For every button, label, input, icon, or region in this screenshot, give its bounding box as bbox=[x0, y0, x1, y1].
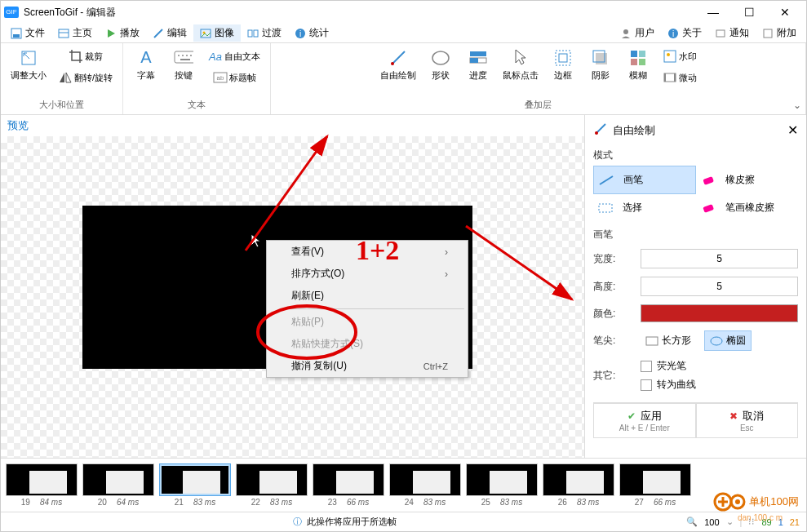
ribbon: 调整大小 裁剪 翻转/旋转 大小和位置 A字幕 按键 Aa自由文本 ab标题帧 … bbox=[1, 43, 806, 115]
apply-button[interactable]: ✔应用 Alt + E / Enter bbox=[593, 403, 696, 438]
freetext-button[interactable]: Aa自由文本 bbox=[205, 47, 264, 66]
chevron-right-icon: › bbox=[445, 246, 448, 258]
svg-rect-61 bbox=[646, 337, 658, 345]
save-icon bbox=[11, 28, 22, 39]
checkbox-icon bbox=[641, 361, 652, 372]
menubar: 文件 主页 播放 编辑 图像 过渡 i统计 用户 i关于 通知 附加 bbox=[1, 24, 806, 43]
frame-thumb[interactable]: 2366 ms bbox=[313, 463, 384, 507]
svg-rect-47 bbox=[664, 73, 666, 82]
svg-rect-2 bbox=[59, 29, 69, 38]
blur-icon bbox=[628, 48, 648, 68]
svg-point-12 bbox=[623, 29, 628, 34]
tip-rect[interactable]: 长方形 bbox=[641, 331, 696, 350]
cinema-button[interactable]: 微动 bbox=[659, 68, 700, 87]
ellipse-icon bbox=[431, 48, 450, 68]
svg-line-54 bbox=[466, 226, 572, 299]
menu-play[interactable]: 播放 bbox=[99, 24, 146, 42]
svg-marker-18 bbox=[60, 73, 64, 82]
zoom-dropdown-icon[interactable]: ⌄ bbox=[726, 516, 734, 527]
flip-button[interactable]: 翻转/旋转 bbox=[55, 68, 116, 87]
menu-image[interactable]: 图像 bbox=[193, 24, 241, 42]
keypress-button[interactable]: 按键 bbox=[167, 47, 200, 83]
menu-user[interactable]: 用户 bbox=[614, 24, 661, 42]
svg-point-62 bbox=[711, 337, 722, 345]
mode-eraser[interactable]: 橡皮擦 bbox=[696, 166, 799, 194]
ctx-undo-copy[interactable]: 撤消 复制(U)Ctrl+Z bbox=[267, 355, 468, 377]
svg-rect-59 bbox=[599, 204, 612, 212]
ctx-separator bbox=[290, 308, 464, 309]
svg-rect-1 bbox=[13, 34, 20, 38]
minimize-button[interactable]: — bbox=[695, 1, 731, 24]
status-message: 此操作将应用于所选帧 bbox=[307, 516, 397, 528]
canvas[interactable]: 查看(V)› 排序方式(O)› 刷新(E) 粘贴(P) 粘贴快捷方式(S) 撤消… bbox=[1, 136, 584, 458]
red-annotation-text: 1+2 bbox=[356, 235, 399, 266]
border-button[interactable]: 边框 bbox=[547, 47, 579, 83]
width-input[interactable] bbox=[641, 249, 798, 268]
svg-rect-43 bbox=[639, 59, 645, 65]
frame-thumb[interactable]: 2183 ms bbox=[159, 463, 231, 507]
mode-stroke-eraser[interactable]: 笔画橡皮擦 bbox=[696, 194, 799, 221]
highlighter-check[interactable]: 荧光笔 bbox=[641, 359, 696, 373]
select-icon bbox=[596, 202, 614, 215]
frame-thumb[interactable]: 2283 ms bbox=[236, 463, 308, 507]
other-label: 其它: bbox=[593, 369, 634, 383]
crop-button[interactable]: 裁剪 bbox=[55, 47, 116, 66]
height-input[interactable] bbox=[641, 277, 798, 296]
color-picker[interactable] bbox=[641, 304, 798, 322]
frame-thumb[interactable]: 2583 ms bbox=[466, 463, 538, 507]
frame-thumb[interactable]: 2683 ms bbox=[543, 463, 614, 507]
curve-check[interactable]: 转为曲线 bbox=[641, 378, 696, 392]
ribbon-expand-icon[interactable]: ⌄ bbox=[793, 100, 801, 111]
menu-home[interactable]: 主页 bbox=[51, 24, 99, 42]
resize-icon bbox=[19, 48, 38, 68]
svg-marker-19 bbox=[66, 73, 71, 82]
shape-button[interactable]: 形状 bbox=[424, 47, 457, 83]
svg-rect-32 bbox=[470, 51, 486, 56]
flip-icon bbox=[58, 70, 73, 85]
frame-thumb[interactable]: 2766 ms bbox=[619, 463, 691, 507]
svg-rect-40 bbox=[631, 51, 637, 57]
menu-about[interactable]: i关于 bbox=[661, 24, 708, 42]
frame-thumb[interactable]: 2064 ms bbox=[82, 463, 154, 507]
svg-point-25 bbox=[190, 55, 192, 56]
window-title: ScreenToGif - 编辑器 bbox=[24, 6, 116, 20]
mouseclick-button[interactable]: 鼠标点击 bbox=[499, 47, 542, 83]
resize-button[interactable]: 调整大小 bbox=[7, 47, 50, 83]
watermark-button[interactable]: 水印 bbox=[659, 47, 700, 66]
svg-rect-60 bbox=[703, 204, 714, 213]
progress-button[interactable]: 进度 bbox=[462, 47, 494, 83]
menu-edit[interactable]: 编辑 bbox=[146, 24, 193, 42]
ctx-sort[interactable]: 排序方式(O)› bbox=[267, 263, 468, 285]
ctx-refresh[interactable]: 刷新(E) bbox=[267, 285, 468, 307]
mode-select[interactable]: 选择 bbox=[593, 194, 696, 221]
menu-transition[interactable]: 过渡 bbox=[241, 24, 288, 42]
frame-strip[interactable]: 1984 ms2064 ms2183 ms2283 ms2366 ms2483 … bbox=[1, 458, 806, 512]
menu-attach[interactable]: 附加 bbox=[756, 24, 803, 42]
svg-point-24 bbox=[186, 55, 188, 56]
panel-close-button[interactable]: ✕ bbox=[787, 122, 798, 138]
maximize-button[interactable]: ☐ bbox=[731, 1, 767, 24]
svg-text:i: i bbox=[672, 29, 674, 38]
titleframe-button[interactable]: ab标题帧 bbox=[205, 68, 264, 87]
info-icon: i bbox=[295, 28, 306, 39]
cancel-button[interactable]: ✖取消 Esc bbox=[696, 403, 799, 438]
brush-label: 画笔 bbox=[593, 228, 798, 242]
red-arrow-2 bbox=[458, 218, 588, 316]
caption-button[interactable]: A字幕 bbox=[130, 47, 162, 83]
freedraw-button[interactable]: 自由绘制 bbox=[377, 47, 419, 83]
close-button[interactable]: ✕ bbox=[767, 1, 803, 24]
svg-rect-8 bbox=[248, 30, 252, 37]
menu-stats[interactable]: i统计 bbox=[288, 24, 335, 42]
svg-point-22 bbox=[178, 55, 180, 56]
mode-pen[interactable]: 画笔 bbox=[593, 166, 696, 194]
menu-file[interactable]: 文件 bbox=[4, 24, 51, 42]
blur-button[interactable]: 模糊 bbox=[622, 47, 654, 83]
frame-thumb[interactable]: 2483 ms bbox=[389, 463, 461, 507]
menu-notify[interactable]: 通知 bbox=[708, 24, 756, 42]
width-label: 宽度: bbox=[593, 252, 634, 266]
frame-thumb[interactable]: 1984 ms bbox=[6, 463, 78, 507]
svg-text:i: i bbox=[299, 29, 301, 38]
tip-ellipse[interactable]: 椭圆 bbox=[704, 330, 752, 351]
shadow-button[interactable]: 阴影 bbox=[584, 47, 617, 83]
svg-rect-48 bbox=[674, 73, 676, 82]
